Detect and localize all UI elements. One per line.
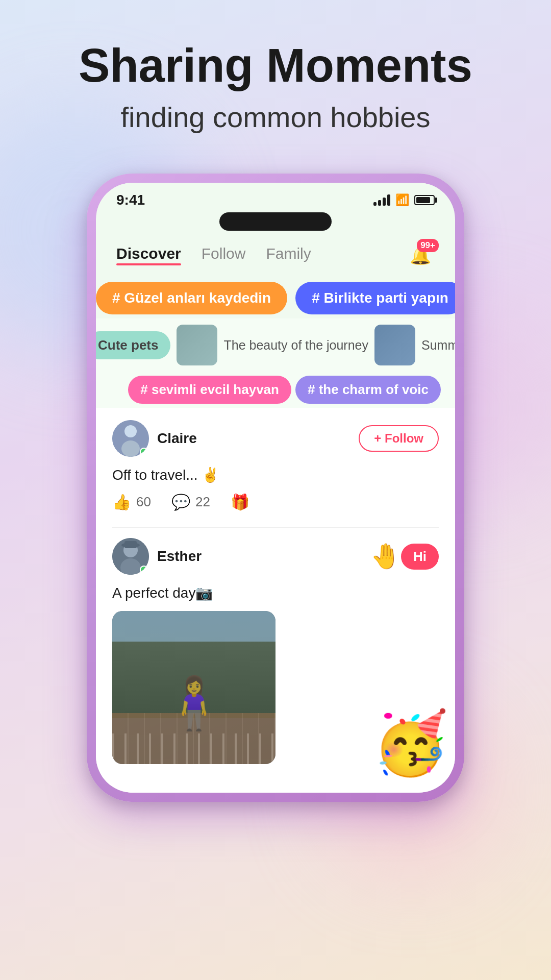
header-section: Sharing Moments finding common hobbies — [0, 0, 551, 154]
notification-badge: 99+ — [417, 239, 439, 252]
party-emoji: 🥳 — [372, 707, 449, 779]
signal-icon — [373, 194, 390, 206]
tags-row-1: # Güzel anları kaydedin # Birlikte parti… — [96, 278, 455, 318]
avatar-claire[interactable] — [112, 420, 149, 457]
thumb-summer — [374, 325, 415, 365]
notification-bell[interactable]: 🔔 99+ — [406, 241, 435, 270]
main-title: Sharing Moments — [31, 41, 520, 90]
online-indicator-claire — [140, 448, 148, 456]
tag-sevimli[interactable]: # sevimli evcil hayvan — [128, 376, 291, 404]
hi-label: Hi — [413, 549, 427, 565]
post-card-claire: Claire + Follow Off to travel... ✌️ 👍 60… — [112, 420, 439, 511]
post-text-claire: Off to travel... ✌️ — [112, 465, 439, 485]
phone-mockup: 9:41 📶 Discover Follow Family — [87, 174, 464, 802]
svg-point-1 — [124, 425, 137, 437]
battery-icon — [414, 195, 435, 205]
like-action[interactable]: 👍 60 — [112, 493, 151, 511]
svg-rect-7 — [124, 541, 137, 548]
post-image-esther: 🧍‍♀️ — [112, 611, 276, 764]
phone-shell: 9:41 📶 Discover Follow Family — [87, 174, 464, 802]
tab-family[interactable]: Family — [266, 245, 311, 265]
wave-emoji: 🤚 — [370, 542, 401, 571]
like-count: 60 — [136, 494, 151, 510]
post-card-esther: Esther 🤚 Hi A perfect day📷 — [112, 538, 439, 764]
like-icon: 👍 — [112, 493, 131, 511]
post-header-claire: Claire + Follow — [112, 420, 439, 457]
nav-tabs: Discover Follow Family 🔔 99+ — [96, 237, 455, 278]
feed-area: Claire + Follow Off to travel... ✌️ 👍 60… — [96, 408, 455, 793]
status-bar: 9:41 📶 — [96, 183, 455, 212]
thumb-journey — [177, 325, 217, 365]
status-time: 9:41 — [116, 192, 145, 208]
status-icons: 📶 — [373, 193, 435, 207]
comment-count: 22 — [195, 494, 210, 510]
svg-point-2 — [121, 440, 140, 457]
tags-row-2: . # sevimli evcil hayvan # the charm of … — [96, 372, 455, 408]
online-indicator-esther — [140, 566, 148, 574]
hi-container: 🤚 Hi — [370, 542, 439, 571]
wifi-icon: 📶 — [395, 193, 409, 207]
post-actions-claire: 👍 60 💬 22 🎁 — [112, 493, 439, 511]
tag-charm[interactable]: # the charm of voic — [295, 376, 441, 404]
post-header-esther: Esther 🤚 Hi — [112, 538, 439, 575]
hi-button[interactable]: Hi — [401, 544, 439, 570]
fence-bg — [112, 733, 276, 764]
phone-screen: 9:41 📶 Discover Follow Family — [96, 183, 455, 793]
category-text-journey: The beauty of the journey — [223, 338, 368, 353]
post-text-esther: A perfect day📷 — [112, 583, 439, 603]
tab-follow[interactable]: Follow — [202, 245, 246, 265]
username-esther: Esther — [157, 548, 370, 565]
gift-icon: 🎁 — [231, 493, 249, 511]
username-claire: Claire — [157, 430, 359, 447]
tag-orange[interactable]: # Güzel anları kaydedin — [96, 282, 287, 314]
follow-button-claire[interactable]: + Follow — [359, 425, 439, 452]
comment-icon: 💬 — [171, 493, 190, 511]
tag-blue[interactable]: # Birlikte parti yapın — [295, 282, 455, 314]
tab-discover[interactable]: Discover — [116, 245, 181, 265]
tag-cute-pets[interactable]: Cute pets — [96, 331, 170, 359]
dynamic-island — [219, 212, 332, 231]
person-figure: 🧍‍♀️ — [162, 673, 226, 733]
avatar-esther[interactable] — [112, 538, 149, 575]
comment-action[interactable]: 💬 22 — [171, 493, 210, 511]
gift-action[interactable]: 🎁 — [231, 493, 249, 511]
category-text-summer: Summer refre — [421, 338, 455, 353]
category-row: Cute pets The beauty of the journey Summ… — [96, 318, 455, 372]
post-divider — [112, 527, 439, 528]
sub-title: finding common hobbies — [31, 101, 520, 134]
